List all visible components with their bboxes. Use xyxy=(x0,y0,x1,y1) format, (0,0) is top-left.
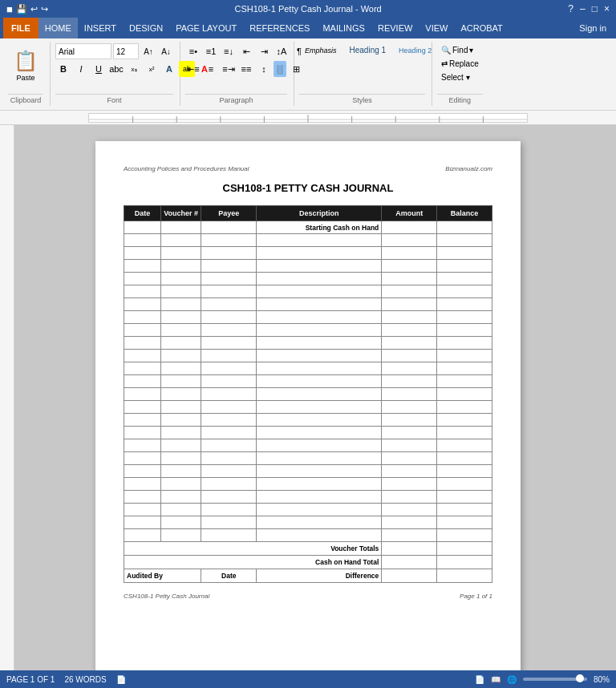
align-right-btn[interactable]: ≡⇥ xyxy=(221,61,237,77)
zoom-level[interactable]: 80% xyxy=(594,675,610,684)
font-label: Font xyxy=(55,94,173,104)
references-tab[interactable]: REFERENCES xyxy=(243,18,316,38)
paste-button[interactable]: 📋 Paste xyxy=(8,43,43,88)
italic-button[interactable]: I xyxy=(73,61,89,77)
align-center-btn[interactable]: ≡ xyxy=(203,61,219,77)
document-area: Accounting Policies and Procedures Manua… xyxy=(0,125,616,688)
horizontal-ruler xyxy=(0,111,616,125)
select-button[interactable]: Select ▾ xyxy=(437,71,483,84)
starting-amount xyxy=(382,221,437,234)
view-web-icon[interactable]: 🌐 xyxy=(507,675,517,684)
underline-button[interactable]: U xyxy=(91,61,107,77)
grow-font-btn[interactable]: A↑ xyxy=(140,43,156,59)
voucher-totals-row: Voucher Totals xyxy=(124,542,492,556)
cash-on-hand-balance xyxy=(437,556,492,569)
table-row xyxy=(124,465,492,478)
acrobat-tab[interactable]: ACROBAT xyxy=(454,18,509,38)
difference-label: Difference xyxy=(257,569,382,583)
text-effects-btn[interactable]: A xyxy=(161,61,177,77)
shading-btn[interactable]: ░ xyxy=(274,61,286,77)
font-name-input[interactable] xyxy=(55,43,111,59)
signin-link[interactable]: Sign in xyxy=(573,18,613,38)
table-row xyxy=(124,491,492,504)
table-row xyxy=(124,375,492,388)
insert-tab[interactable]: INSERT xyxy=(78,18,123,38)
quick-access-undo[interactable]: ↩ xyxy=(30,4,38,14)
replace-label: Replace xyxy=(449,59,479,68)
view-read-icon[interactable]: 📖 xyxy=(491,675,500,684)
numbering-btn[interactable]: ≡1 xyxy=(203,43,219,59)
cash-on-hand-amount xyxy=(382,556,437,569)
footer-right: Page 1 of 1 xyxy=(460,593,492,600)
sort-btn[interactable]: ↕A xyxy=(274,43,290,59)
bold-button[interactable]: B xyxy=(55,61,71,77)
home-tab[interactable]: HOME xyxy=(38,18,78,38)
table-row xyxy=(124,439,492,452)
audited-row: Audited By Date Difference xyxy=(124,569,492,583)
voucher-totals-balance xyxy=(437,542,492,556)
heading2-style[interactable]: Heading 2 xyxy=(393,44,437,57)
table-row xyxy=(124,260,492,273)
line-spacing-btn[interactable]: ↕ xyxy=(256,61,272,77)
starting-balance xyxy=(437,221,492,234)
superscript-btn[interactable]: x² xyxy=(144,61,160,77)
ruler-inner xyxy=(88,113,528,123)
find-label: Find xyxy=(452,46,468,55)
multilevel-btn[interactable]: ≡↓ xyxy=(221,43,237,59)
emphasis-style[interactable]: Emphasis xyxy=(299,44,342,57)
mailings-tab[interactable]: MAILINGS xyxy=(316,18,371,38)
page-layout-tab[interactable]: PAGE LAYOUT xyxy=(169,18,243,38)
cash-on-hand-row: Cash on Hand Total xyxy=(124,556,492,569)
quick-access-save[interactable]: 💾 xyxy=(16,4,27,14)
file-menu[interactable]: FILE xyxy=(3,18,38,38)
window-controls: ? – □ × xyxy=(568,3,610,14)
design-tab[interactable]: DESIGN xyxy=(123,18,169,38)
cash-on-hand-label: Cash on Hand Total xyxy=(124,556,382,569)
col-payee: Payee xyxy=(201,206,257,221)
table-row xyxy=(124,350,492,362)
view-tab[interactable]: VIEW xyxy=(419,18,454,38)
paragraph-label: Paragraph xyxy=(185,94,287,104)
title-bar-left: ■ 💾 ↩ ↪ xyxy=(6,3,48,15)
clipboard-label: Clipboard xyxy=(8,94,43,104)
table-row xyxy=(124,452,492,465)
strikethrough-btn[interactable]: abc xyxy=(108,61,124,77)
shrink-font-btn[interactable]: A↓ xyxy=(158,43,174,59)
justify-btn[interactable]: ≡≡ xyxy=(238,61,254,77)
table-header-row: Date Voucher # Payee Description Amount … xyxy=(124,206,492,221)
increase-indent-btn[interactable]: ⇥ xyxy=(256,43,272,59)
replace-button[interactable]: ⇄ Replace xyxy=(437,57,483,71)
header-right: Bizmanualz.com xyxy=(445,165,492,172)
col-date: Date xyxy=(124,206,161,221)
vertical-ruler xyxy=(0,125,14,688)
align-left-btn[interactable]: ⇤≡ xyxy=(185,61,201,77)
window-title: CSH108-1 Petty Cash Journal - Word xyxy=(48,4,569,14)
table-row xyxy=(124,247,492,260)
find-button[interactable]: 🔍 Find ▾ xyxy=(437,43,483,57)
editing-label: Editing xyxy=(437,94,483,104)
minimize-btn[interactable]: – xyxy=(580,3,586,14)
table-row xyxy=(124,324,492,337)
subscript-btn[interactable]: x₂ xyxy=(126,61,142,77)
view-print-icon[interactable]: 📄 xyxy=(475,675,484,684)
table-row xyxy=(124,285,492,298)
help-icon[interactable]: ? xyxy=(568,3,573,14)
decrease-indent-btn[interactable]: ⇤ xyxy=(238,43,254,59)
bullets-btn[interactable]: ≡• xyxy=(185,43,201,59)
zoom-thumb xyxy=(576,674,584,682)
font-size-input[interactable] xyxy=(113,43,139,59)
close-btn[interactable]: × xyxy=(604,3,610,14)
voucher-totals-amount xyxy=(382,542,437,556)
table-row xyxy=(124,298,492,311)
heading1-style[interactable]: Heading 1 xyxy=(344,43,392,57)
voucher-totals-label: Voucher Totals xyxy=(124,542,382,556)
select-label: Select ▾ xyxy=(441,73,470,82)
table-row xyxy=(124,401,492,414)
zoom-slider[interactable] xyxy=(523,678,587,681)
quick-access-redo[interactable]: ↪ xyxy=(41,4,48,14)
title-bar: ■ 💾 ↩ ↪ CSH108-1 Petty Cash Journal - Wo… xyxy=(0,0,616,18)
styles-row: Emphasis Heading 1 Heading 2 xyxy=(299,43,437,57)
document-title: CSH108-1 PETTY CASH JOURNAL xyxy=(124,182,492,194)
review-tab[interactable]: REVIEW xyxy=(371,18,419,38)
maximize-btn[interactable]: □ xyxy=(592,3,598,14)
